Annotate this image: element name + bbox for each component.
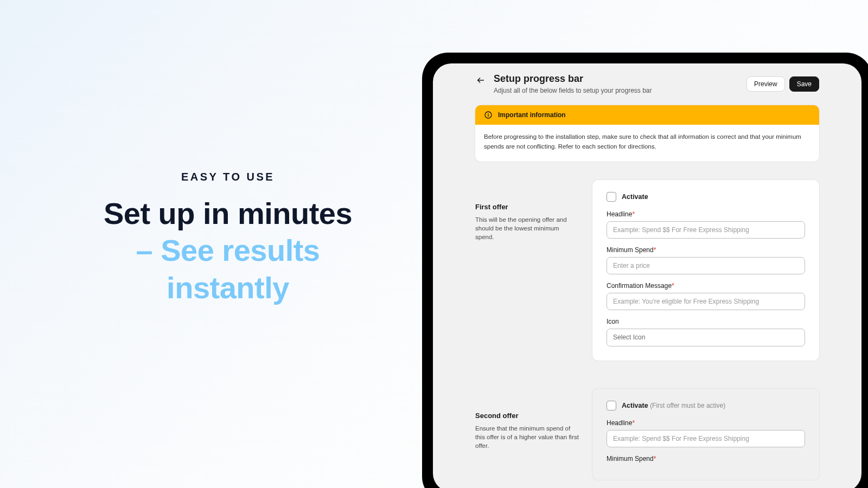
required-marker: *: [654, 246, 656, 254]
required-marker: *: [672, 282, 674, 290]
first-offer-title: First offer: [475, 203, 579, 211]
first-minspend-label: Minimum Spend*: [607, 246, 805, 254]
save-button[interactable]: Save: [789, 76, 819, 92]
first-offer-activate-row: Activate: [607, 192, 805, 202]
device-screen: Setup progress bar Adjust all of the bel…: [433, 63, 861, 488]
first-confirm-field: Confirmation Message*: [607, 282, 805, 310]
first-offer-row: First offer This will be the opening off…: [475, 180, 819, 361]
device-frame: Setup progress bar Adjust all of the bel…: [422, 53, 868, 488]
alert-body: Before progressing to the installation s…: [475, 125, 819, 162]
first-minspend-input[interactable]: [607, 257, 805, 274]
header-actions: Preview Save: [746, 76, 819, 92]
first-headline-field: Headline*: [607, 210, 805, 239]
first-offer-card: Activate Headline* Minimum Spend* Confir…: [592, 180, 819, 361]
second-headline-field: Headline*: [607, 419, 805, 447]
first-icon-field: Icon Select Icon: [607, 318, 805, 346]
marketing-block: EASY TO USE Set up in minutes – See resu…: [87, 171, 369, 306]
info-alert: Important information Before progressing…: [475, 105, 819, 162]
first-headline-input[interactable]: [607, 221, 805, 239]
second-offer-card: Activate (First offer must be active) He…: [592, 389, 819, 480]
alert-title: Important information: [498, 111, 566, 119]
first-offer-activate-label: Activate: [622, 193, 648, 201]
header-titles: Setup progress bar Adjust all of the bel…: [494, 73, 652, 94]
alert-header: Important information: [475, 105, 819, 125]
second-offer-activate-checkbox[interactable]: [607, 401, 616, 410]
first-confirm-label: Confirmation Message*: [607, 282, 805, 290]
arrow-left-icon: [476, 76, 485, 85]
first-confirm-input[interactable]: [607, 293, 805, 310]
second-offer-desc: Ensure that the minimum spend of this of…: [475, 424, 579, 450]
marketing-headline-accent: – See results instantly: [136, 233, 320, 304]
marketing-headline-main: Set up in minutes: [104, 196, 352, 230]
first-offer-activate-checkbox[interactable]: [607, 192, 616, 202]
screen-content: Setup progress bar Adjust all of the bel…: [433, 63, 861, 480]
preview-button[interactable]: Preview: [746, 76, 785, 92]
page-title: Setup progress bar: [494, 73, 652, 85]
page-header: Setup progress bar Adjust all of the bel…: [475, 73, 819, 94]
second-offer-activate-hint: (First offer must be active): [650, 402, 725, 409]
first-offer-meta: First offer This will be the opening off…: [475, 180, 579, 361]
required-marker: *: [632, 210, 635, 218]
first-minspend-field: Minimum Spend*: [607, 246, 805, 274]
back-button[interactable]: [475, 75, 486, 86]
first-headline-label: Headline*: [607, 210, 805, 218]
required-marker: *: [654, 455, 656, 463]
header-left: Setup progress bar Adjust all of the bel…: [475, 73, 652, 94]
required-marker: *: [632, 419, 635, 427]
info-icon: [484, 111, 493, 119]
second-minspend-label: Minimum Spend*: [607, 455, 805, 463]
second-minspend-field: Minimum Spend*: [607, 455, 805, 463]
second-headline-label: Headline*: [607, 419, 805, 427]
second-offer-row: Second offer Ensure that the minimum spe…: [475, 389, 819, 480]
app-canvas: EASY TO USE Set up in minutes – See resu…: [0, 0, 868, 488]
first-icon-select[interactable]: Select Icon: [607, 329, 805, 346]
second-offer-meta: Second offer Ensure that the minimum spe…: [475, 389, 579, 480]
marketing-eyebrow: EASY TO USE: [87, 171, 369, 183]
second-offer-title: Second offer: [475, 412, 579, 420]
first-icon-label: Icon: [607, 318, 805, 325]
marketing-headline: Set up in minutes – See results instantl…: [87, 195, 369, 306]
second-headline-input[interactable]: [607, 430, 805, 447]
second-offer-activate-label: Activate (First offer must be active): [622, 402, 725, 409]
first-offer-desc: This will be the opening offer and shoul…: [475, 215, 579, 241]
second-offer-activate-row: Activate (First offer must be active): [607, 401, 805, 410]
first-icon-select-value: Select Icon: [613, 333, 645, 341]
page-subtitle: Adjust all of the below fields to setup …: [494, 87, 652, 94]
